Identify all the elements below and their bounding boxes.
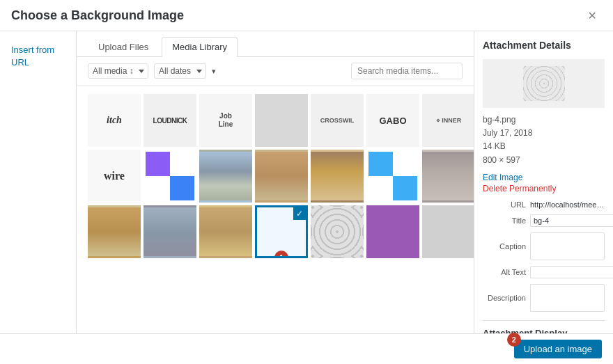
media-item-city[interactable] (199, 150, 252, 203)
attachment-filename: bg-4.png July 17, 2018 14 KB 800 × 597 (483, 113, 605, 167)
modal-footer: Upload an image 2 (0, 333, 613, 364)
media-item-gabo[interactable]: GABO (366, 94, 419, 147)
media-grid: itch LOUDNICK JobLine CROSSWIL GABO ⋄ IN… (77, 86, 474, 333)
url-value: http://localhost/meetup2/wp (530, 200, 605, 209)
media-item-crosswil[interactable]: CROSSWIL (311, 94, 364, 147)
media-item-purple[interactable] (366, 205, 419, 258)
media-item-person1[interactable] (255, 150, 308, 203)
alt-input[interactable] (530, 266, 613, 278)
description-label: Description (483, 294, 526, 302)
step-badge-1: 1 (274, 251, 288, 258)
filter-dates-select[interactable]: All dates (154, 63, 206, 79)
edit-image-link[interactable]: Edit Image (483, 173, 605, 182)
alt-label: Alt Text (483, 268, 526, 276)
modal-close-button[interactable]: × (582, 6, 602, 25)
tab-media-library[interactable]: Media Library (162, 37, 238, 57)
main-content: Upload Files Media Library All media ↕ A… (77, 31, 474, 333)
media-item-selected[interactable]: ✓ 1 (255, 205, 308, 258)
media-item-man1[interactable] (143, 205, 196, 258)
title-field-row: Title (483, 214, 605, 227)
sidebar: Insert from URL (0, 31, 77, 333)
description-textarea[interactable] (530, 284, 605, 312)
media-item-person2[interactable] (311, 150, 364, 203)
modal-header: Choose a Background Image × (0, 0, 613, 31)
url-label: URL (483, 200, 526, 209)
media-item-color-blue[interactable] (366, 150, 419, 203)
media-item-jobline[interactable]: JobLine (199, 94, 252, 147)
display-settings-title: Attachment Display Settings (483, 320, 605, 333)
search-input[interactable] (351, 63, 463, 79)
media-item-person5[interactable] (88, 205, 141, 258)
media-toolbar: All media ↕ All dates ▾ (77, 57, 474, 86)
step-badge-2: 2 (507, 333, 521, 347)
modal-title: Choose a Background Image (11, 8, 184, 23)
modal-body: Insert from URL Upload Files Media Libra… (0, 31, 613, 333)
attachment-thumbnail (483, 59, 605, 108)
delete-image-link[interactable]: Delete Permanently (483, 184, 605, 193)
caption-textarea[interactable] (530, 232, 605, 260)
media-item-person3[interactable] (422, 150, 474, 203)
media-item-empty1[interactable] (255, 94, 308, 147)
tab-upload-files[interactable]: Upload Files (88, 37, 159, 56)
attachment-details-title: Attachment Details (483, 40, 605, 51)
alt-field-row: Alt Text (483, 266, 605, 278)
url-field-row: URL http://localhost/meetup2/wp (483, 200, 605, 209)
caption-field-row: Caption (483, 232, 605, 260)
title-input[interactable] (530, 214, 613, 227)
sidebar-insert-from-url[interactable]: Insert from URL (0, 40, 76, 73)
media-item-itch[interactable]: itch (88, 94, 141, 147)
media-item-wire[interactable]: wire (88, 150, 141, 203)
caption-label: Caption (483, 242, 526, 251)
title-label: Title (483, 216, 526, 225)
upload-button-container: Upload an image 2 (514, 340, 602, 358)
media-item-pattern[interactable] (311, 205, 364, 258)
filter-media-select[interactable]: All media ↕ (88, 63, 148, 79)
selection-checkmark: ✓ (293, 207, 306, 220)
media-item-woman-curly[interactable] (199, 205, 252, 258)
upload-image-button[interactable]: Upload an image (514, 340, 602, 358)
modal: Choose a Background Image × Insert from … (0, 0, 613, 364)
right-panel: Attachment Details bg-4.png July 17, 201… (474, 31, 613, 333)
tabs-bar: Upload Files Media Library (77, 31, 474, 57)
media-item-empty2[interactable] (422, 205, 474, 258)
media-item-blue-purple[interactable] (143, 150, 196, 203)
media-item-loudnick[interactable]: LOUDNICK (143, 94, 196, 147)
description-field-row: Description (483, 284, 605, 312)
filter-arrow-icon: ▾ (212, 67, 216, 76)
media-item-inner[interactable]: ⋄ INNER (422, 94, 474, 147)
